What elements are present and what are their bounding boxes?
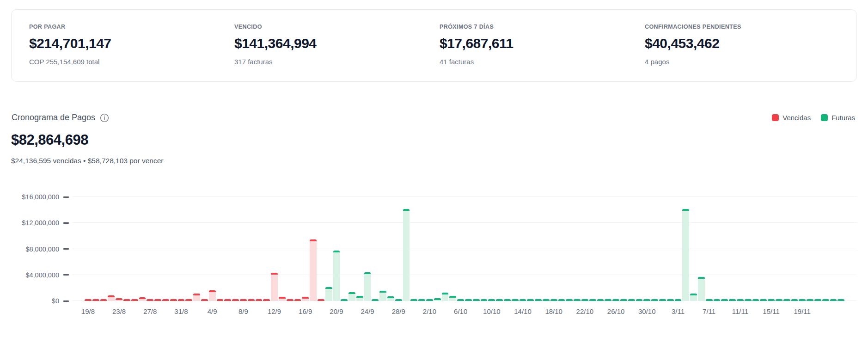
chart-bar[interactable] (116, 298, 122, 301)
chart-bar[interactable] (348, 292, 355, 301)
chart-bar[interactable] (776, 299, 782, 301)
chart-bar[interactable] (791, 299, 798, 301)
chart-bar[interactable] (318, 299, 324, 301)
chart-bar[interactable] (605, 299, 611, 301)
chart-bar[interactable] (302, 297, 309, 301)
legend-item-futuras[interactable]: Futuras (821, 114, 855, 122)
chart-bar[interactable] (131, 299, 138, 301)
chart-bar[interactable] (589, 299, 596, 301)
info-icon[interactable] (100, 113, 109, 122)
chart-bar[interactable] (690, 294, 697, 301)
chart-bar[interactable] (232, 299, 239, 301)
chart-bar[interactable] (566, 299, 573, 301)
chart-bar[interactable] (745, 299, 752, 301)
chart-bar[interactable] (201, 299, 208, 301)
chart-bar[interactable] (139, 297, 146, 301)
chart-bar[interactable] (356, 296, 363, 301)
chart-bar[interactable] (768, 299, 775, 301)
chart-bar[interactable] (714, 299, 721, 301)
chart-bar[interactable] (628, 299, 635, 301)
legend-item-vencidas[interactable]: Vencidas (772, 114, 811, 122)
chart-bar[interactable] (721, 299, 728, 301)
chart-bar[interactable] (162, 299, 169, 301)
chart-bar[interactable] (108, 295, 115, 301)
chart-bar[interactable] (395, 299, 402, 301)
chart-bar[interactable] (597, 299, 604, 301)
chart-bar[interactable] (682, 209, 689, 301)
chart-bar[interactable] (434, 298, 441, 301)
chart-bar[interactable] (449, 296, 456, 301)
chart-bar[interactable] (822, 299, 829, 301)
chart-bar[interactable] (574, 299, 581, 301)
chart-bar[interactable] (224, 299, 231, 301)
chart-bar[interactable] (651, 299, 658, 301)
chart-bar[interactable] (783, 299, 790, 301)
chart-bar[interactable] (675, 299, 682, 301)
chart-bar[interactable] (659, 299, 666, 301)
chart-bar[interactable] (92, 299, 99, 301)
chart-bar[interactable] (550, 299, 557, 301)
chart-bar[interactable] (170, 299, 177, 301)
chart-bar[interactable] (643, 299, 650, 301)
chart-bar[interactable] (364, 272, 371, 301)
chart-bar[interactable] (473, 299, 480, 301)
chart-bar[interactable] (837, 299, 844, 301)
chart-bar[interactable] (465, 299, 472, 301)
chart-bar[interactable] (333, 251, 340, 301)
chart-bar[interactable] (403, 209, 410, 301)
chart-bar[interactable] (294, 299, 301, 301)
chart-bar[interactable] (706, 299, 713, 301)
chart-bar[interactable] (100, 299, 107, 301)
chart-bar[interactable] (636, 299, 643, 301)
chart-bar[interactable] (496, 299, 503, 301)
chart-bar[interactable] (240, 299, 247, 301)
chart-bar[interactable] (426, 299, 433, 301)
chart-bar[interactable] (178, 299, 185, 301)
chart-bar[interactable] (185, 299, 192, 301)
chart-bar[interactable] (209, 290, 216, 301)
chart-bar[interactable] (698, 277, 705, 301)
chart-bar[interactable] (217, 299, 224, 301)
chart-bar[interactable] (379, 291, 386, 301)
chart-bar[interactable] (248, 299, 255, 301)
chart-bar[interactable] (558, 299, 565, 301)
chart-bar[interactable] (481, 299, 488, 301)
chart-bar[interactable] (147, 299, 153, 301)
chart-bar[interactable] (520, 299, 526, 301)
chart-bar[interactable] (488, 299, 495, 301)
chart-bar[interactable] (737, 299, 744, 301)
chart-bar[interactable] (279, 297, 286, 301)
chart-bar[interactable] (372, 299, 379, 301)
chart-bar[interactable] (814, 299, 821, 301)
chart-bar[interactable] (85, 299, 92, 301)
chart-bar[interactable] (799, 299, 806, 301)
chart-bar[interactable] (410, 299, 417, 301)
chart-bar[interactable] (271, 273, 278, 301)
chart-bar[interactable] (193, 294, 200, 301)
chart-bar[interactable] (263, 299, 270, 301)
chart-bar[interactable] (442, 293, 449, 301)
chart-bar[interactable] (123, 299, 130, 301)
chart-bar[interactable] (325, 287, 332, 301)
chart-bar[interactable] (256, 299, 263, 301)
chart-bar[interactable] (504, 299, 511, 301)
chart-bar[interactable] (543, 299, 550, 301)
chart-bar[interactable] (581, 299, 588, 301)
chart-bar[interactable] (760, 299, 767, 301)
chart-bar[interactable] (341, 299, 348, 301)
chart-bar[interactable] (457, 299, 464, 301)
chart-bar[interactable] (154, 299, 161, 301)
chart-bar[interactable] (387, 296, 394, 301)
chart-bar[interactable] (535, 299, 542, 301)
chart-bar[interactable] (310, 239, 317, 301)
chart-bar[interactable] (287, 299, 293, 301)
chart-bar[interactable] (830, 299, 837, 301)
chart-bar[interactable] (620, 299, 627, 301)
chart-bar[interactable] (667, 299, 674, 301)
chart-bar[interactable] (752, 299, 759, 301)
chart-bar[interactable] (807, 299, 813, 301)
chart-bar[interactable] (512, 299, 519, 301)
chart-bar[interactable] (527, 299, 534, 301)
chart-bar[interactable] (729, 299, 736, 301)
chart-bar[interactable] (418, 299, 425, 301)
